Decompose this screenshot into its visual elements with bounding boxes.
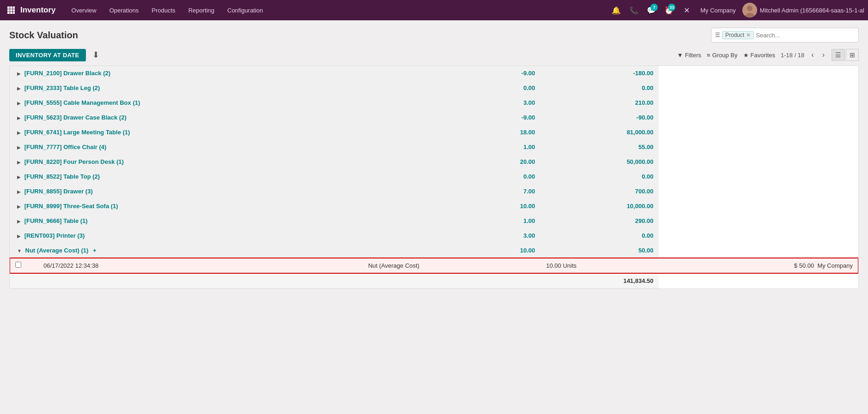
group-qty: 20.00 — [363, 155, 540, 169]
expand-button[interactable]: ▶ — [17, 145, 21, 150]
table-row: ▶ [FURN_8855] Drawer (3) 7.00 700.00 — [10, 184, 858, 199]
expand-button[interactable]: ▶ — [17, 204, 21, 209]
group-qty: 0.00 — [363, 81, 540, 96]
expand-button[interactable]: ▼ — [17, 248, 22, 253]
top-navigation: Inventory Overview Operations Products R… — [0, 0, 868, 20]
page-content: Stock Valuation ☰ Product ✕ INVENTORY AT… — [0, 20, 868, 296]
group-qty: -9.00 — [363, 110, 540, 125]
detail-qty: 10.00 Units — [540, 258, 659, 274]
expand-button[interactable]: ▶ — [17, 130, 21, 135]
next-page-button[interactable]: › — [821, 51, 826, 59]
row-checkbox[interactable] — [15, 262, 21, 268]
group-value: 0.00 — [540, 228, 659, 243]
grid-menu-icon[interactable] — [4, 3, 18, 18]
filter-icon: ☰ — [715, 32, 720, 38]
svg-rect-1 — [10, 6, 12, 9]
group-qty: 1.00 — [363, 140, 540, 155]
wrench-icon[interactable]: ✕ — [679, 3, 694, 18]
expand-button[interactable]: ▶ — [17, 101, 21, 106]
table-row: ▶ [FURN_9666] Table (1) 1.00 290.00 — [10, 214, 858, 228]
group-value: 210.00 — [540, 96, 659, 110]
table-row[interactable]: 06/17/2022 12:34:38 Nut (Average Cost) 1… — [10, 258, 858, 274]
group-by-button[interactable]: ≡ Group By — [707, 52, 738, 59]
group-label: [FURN_8855] Drawer (3) — [24, 188, 93, 195]
table-row: ▶ [FURN_2100] Drawer Black (2) -9.00 -18… — [10, 66, 858, 81]
search-tag-close[interactable]: ✕ — [746, 32, 751, 38]
expand-button[interactable]: ▶ — [17, 219, 21, 224]
nav-products[interactable]: Products — [145, 0, 182, 20]
topnav-right: 🔔 📞 💬 7 ⏰ 33 ✕ My Company Mitchell Admin… — [609, 3, 864, 18]
bell-icon[interactable]: 🔔 — [609, 3, 624, 18]
group-label: [FURN_7777] Office Chair (4) — [24, 144, 107, 150]
detail-product: Nut (Average Cost) — [363, 258, 540, 274]
group-label: [FURN_8220] Four Person Desk (1) — [24, 158, 124, 165]
group-qty: 1.00 — [363, 214, 540, 228]
footer-total-row: 141,834.50 — [10, 273, 858, 288]
download-icon[interactable]: ⬇ — [90, 48, 102, 62]
expand-button[interactable]: ▶ — [17, 174, 21, 180]
group-value: 50.00 — [540, 243, 659, 258]
group-qty: 10.00 — [363, 199, 540, 214]
table-row: ▶ [FURN_5623] Drawer Case Black (2) -9.0… — [10, 110, 858, 125]
group-qty: 3.00 — [363, 228, 540, 243]
toolbar-right: ▼ Filters ≡ Group By ★ Favorites 1-18 / … — [677, 49, 859, 61]
expand-button[interactable]: ▶ — [17, 160, 21, 165]
expand-button[interactable]: ▶ — [17, 115, 21, 120]
nav-configuration[interactable]: Configuration — [221, 0, 269, 20]
add-icon[interactable]: + — [93, 247, 97, 254]
search-input[interactable] — [756, 32, 855, 39]
pagination-info: 1-18 / 18 — [781, 52, 804, 59]
app-brand: Inventory — [20, 6, 56, 15]
group-qty: 10.00 — [363, 243, 540, 258]
phone-icon[interactable]: 📞 — [626, 3, 641, 18]
group-value: 700.00 — [540, 184, 659, 199]
group-label: [FURN_5555] Cable Management Box (1) — [24, 99, 140, 106]
group-label: [FURN_8999] Three-Seat Sofa (1) — [24, 203, 118, 210]
group-label: [FURN_2100] Drawer Black (2) — [24, 70, 110, 77]
table-row: ▶ [RENT003] Printer (3) 3.00 0.00 — [10, 228, 858, 243]
nav-reporting[interactable]: Reporting — [182, 0, 221, 20]
clock-icon[interactable]: ⏰ 33 — [662, 3, 676, 18]
search-filter-tag: Product ✕ — [722, 31, 754, 39]
search-tag-label: Product — [725, 32, 744, 38]
nav-overview[interactable]: Overview — [65, 0, 103, 20]
group-qty: 18.00 — [363, 125, 540, 140]
group-by-icon: ≡ — [707, 52, 710, 59]
group-label: [RENT003] Printer (3) — [24, 232, 85, 239]
svg-point-10 — [747, 6, 753, 11]
inventory-at-date-button[interactable]: INVENTORY AT DATE — [9, 49, 86, 61]
favorites-button[interactable]: ★ Favorites — [743, 52, 775, 59]
group-value: 10,000.00 — [540, 199, 659, 214]
expand-button[interactable]: ▶ — [17, 86, 21, 91]
group-qty: 0.00 — [363, 169, 540, 184]
toolbar: INVENTORY AT DATE ⬇ ▼ Filters ≡ Group By… — [9, 48, 859, 62]
username-label[interactable]: Mitchell Admin (16566864-saas-15-1-al — [760, 7, 864, 14]
filter-funnel-icon: ▼ — [677, 52, 683, 59]
group-label: [FURN_6741] Large Meeting Table (1) — [24, 129, 130, 136]
prev-page-button[interactable]: ‹ — [810, 51, 815, 59]
stock-valuation-table: ▶ [FURN_2100] Drawer Black (2) -9.00 -18… — [10, 66, 858, 288]
group-value: 50,000.00 — [540, 155, 659, 169]
nav-menu: Overview Operations Products Reporting C… — [65, 0, 609, 20]
chat-icon[interactable]: 💬 7 — [644, 3, 659, 18]
expand-button[interactable]: ▶ — [17, 189, 21, 194]
user-avatar[interactable] — [742, 3, 757, 18]
expand-button[interactable]: ▶ — [17, 71, 21, 76]
nav-operations[interactable]: Operations — [103, 0, 146, 20]
expand-button[interactable]: ▶ — [17, 234, 21, 239]
group-value: -90.00 — [540, 110, 659, 125]
group-value: 55.00 — [540, 140, 659, 155]
grid-view-button[interactable]: ⊞ — [846, 49, 859, 61]
table-row: ▶ [FURN_8220] Four Person Desk (1) 20.00… — [10, 155, 858, 169]
clock-badge: 33 — [668, 4, 675, 11]
table-row: ▶ [FURN_5555] Cable Management Box (1) 3… — [10, 96, 858, 110]
page-title: Stock Valuation — [9, 30, 78, 41]
total-value: 141,834.50 — [540, 273, 659, 288]
group-qty: -9.00 — [363, 66, 540, 81]
list-view-button[interactable]: ☰ — [832, 49, 845, 61]
table-row: ▶ [FURN_7777] Office Chair (4) 1.00 55.0… — [10, 140, 858, 155]
filters-button[interactable]: ▼ Filters — [677, 52, 701, 59]
svg-rect-7 — [10, 12, 12, 14]
star-icon: ★ — [743, 52, 749, 59]
table-row: ▼ Nut (Average Cost) (1) + 10.00 50.00 — [10, 243, 858, 258]
